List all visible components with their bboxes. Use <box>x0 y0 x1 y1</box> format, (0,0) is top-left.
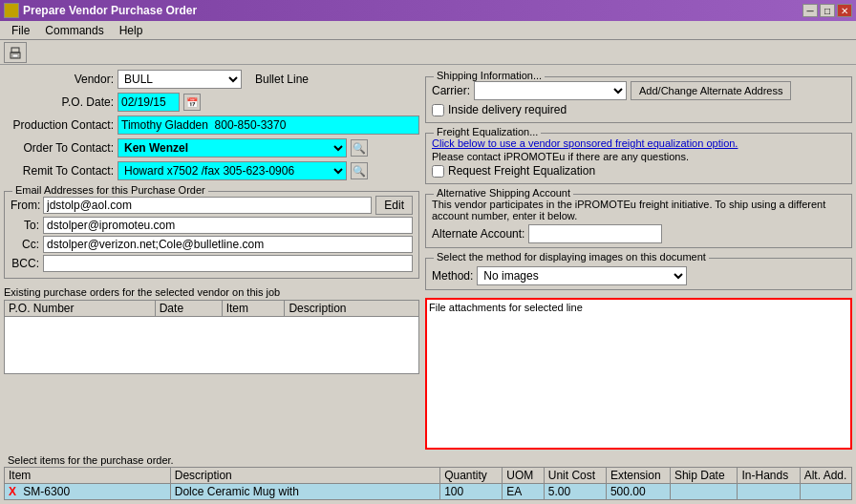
add-change-address-button[interactable]: Add/Change Alternate Address <box>631 81 791 100</box>
order-contact-select[interactable]: Ken Wenzel <box>118 138 347 158</box>
remit-contact-row: Remit To Contact: Howard x7502 /fax 305-… <box>4 160 419 181</box>
select-items-label: Select items for the purchase order. <box>4 453 852 467</box>
po-date-label: P.O. Date: <box>4 95 114 109</box>
method-label: Method: <box>432 269 473 283</box>
method-select[interactable]: No images <box>477 266 687 285</box>
remit-contact-label: Remit To Contact: <box>4 164 114 178</box>
bcc-label: BCC: <box>11 257 39 270</box>
window-title: Prepare Vendor Purchase Order <box>23 4 197 17</box>
close-button[interactable]: ✕ <box>837 4 852 17</box>
col-extension-header: Extension <box>606 468 670 484</box>
image-method-title: Select the method for displaying images … <box>434 251 709 262</box>
items-table: Item Description Quantity UOM Unit Cost … <box>4 467 852 500</box>
app-icon <box>4 3 19 18</box>
order-contact-row: Order To Contact: Ken Wenzel 🔍 <box>4 137 419 158</box>
col-date: Date <box>155 301 222 317</box>
image-method-section: Select the method for displaying images … <box>425 258 852 290</box>
shipping-section-title: Shipping Information... <box>434 70 545 81</box>
vendor-row: Vendor: BULL Bullet Line <box>4 69 419 90</box>
edit-button[interactable]: Edit <box>375 196 413 215</box>
menu-help[interactable]: Help <box>112 22 151 39</box>
to-label: To: <box>11 219 39 232</box>
email-section: Email Addresses for this Purchase Order … <box>4 191 419 279</box>
inside-delivery-label: Inside delivery required <box>448 103 567 116</box>
content-area: Vendor: BULL Bullet Line P.O. Date: 📅 Pr… <box>0 65 856 504</box>
print-button[interactable] <box>4 42 27 63</box>
col-item-header: Item <box>5 468 171 484</box>
request-freight-checkbox[interactable] <box>432 165 444 178</box>
production-contact-label: Production Contact: <box>4 118 114 132</box>
description-cell: Dolce Ceramic Mug with <box>170 484 439 500</box>
existing-po-table: P.O. Number Date Item Description <box>4 300 419 374</box>
unit-cost-cell: 5.00 <box>544 484 606 500</box>
col-description-header: Description <box>170 468 439 484</box>
vendor-select[interactable]: BULL <box>118 70 242 89</box>
col-quantity-header: Quantity <box>440 468 503 484</box>
vendor-label: Vendor: <box>4 73 114 86</box>
production-contact-input[interactable] <box>118 116 419 135</box>
from-input[interactable] <box>43 197 372 214</box>
cc-label: Cc: <box>11 238 39 251</box>
po-date-row: P.O. Date: 📅 <box>4 92 419 113</box>
alt-shipping-section: Alternative Shipping Account This vendor… <box>425 194 852 248</box>
cc-input[interactable] <box>43 236 413 253</box>
to-input[interactable] <box>43 217 413 234</box>
col-alt-add-header: Alt. Add. <box>800 468 851 484</box>
request-freight-label: Request Freight Equalization <box>448 164 595 178</box>
existing-po-section: Existing purchase orders for the selecte… <box>4 286 419 374</box>
bullet-line-label: Bullet Line <box>255 73 309 86</box>
col-ship-date-header: Ship Date <box>670 468 738 484</box>
order-contact-search-button[interactable]: 🔍 <box>351 139 368 157</box>
carrier-select[interactable] <box>474 81 627 100</box>
maximize-button[interactable]: □ <box>820 4 835 17</box>
col-po-number: P.O. Number <box>5 301 156 317</box>
bcc-input[interactable] <box>43 255 413 272</box>
alt-add-cell <box>800 484 851 500</box>
freight-title: Freight Equalization... <box>434 126 541 137</box>
alt-account-label: Alternate Account: <box>432 227 524 241</box>
alt-shipping-title: Alternative Shipping Account <box>434 187 573 199</box>
inside-delivery-checkbox[interactable] <box>432 104 444 116</box>
production-contact-row: Production Contact: <box>4 115 419 136</box>
menu-file[interactable]: File <box>4 22 37 39</box>
col-in-hands-header: In-Hands <box>738 468 800 484</box>
items-table-row[interactable]: X SM-6300 Dolce Ceramic Mug with 100 EA … <box>5 484 852 500</box>
shipping-section: Shipping Information... Carrier: Add/Cha… <box>425 76 852 123</box>
calendar-button[interactable]: 📅 <box>183 94 201 111</box>
file-attachments-label: File attachments for selected line <box>429 302 583 313</box>
col-uom-header: UOM <box>503 468 544 484</box>
select-items-section: Select items for the purchase order. Ite… <box>4 453 852 500</box>
file-attachments-box: File attachments for selected line <box>425 298 852 450</box>
alt-shipping-desc: This vendor participates in the iPROMOTE… <box>432 199 845 221</box>
remit-contact-select[interactable]: Howard x7502 /fax 305-623-0906 <box>118 161 347 180</box>
freight-link[interactable]: Click below to use a vendor sponsored fr… <box>432 137 845 149</box>
item-value: SM-6300 <box>23 485 70 498</box>
in-hands-cell <box>738 484 800 500</box>
uom-cell: EA <box>503 484 544 500</box>
freight-info: Please contact iPROMOTEu if there are an… <box>432 151 845 162</box>
minimize-button[interactable]: ─ <box>802 4 818 17</box>
menu-bar: File Commands Help <box>0 21 856 40</box>
svg-rect-1 <box>11 48 19 52</box>
table-row <box>5 317 419 374</box>
delete-button[interactable]: X <box>9 485 16 498</box>
menu-commands[interactable]: Commands <box>37 22 111 39</box>
extension-cell: 500.00 <box>606 484 670 500</box>
existing-po-label: Existing purchase orders for the selecte… <box>4 286 419 298</box>
from-label: From: <box>11 199 39 212</box>
quantity-cell: 100 <box>440 484 503 500</box>
remit-contact-search-button[interactable]: 🔍 <box>351 162 368 179</box>
title-bar: Prepare Vendor Purchase Order ─ □ ✕ <box>0 0 856 21</box>
svg-rect-2 <box>12 54 18 57</box>
col-unit-cost-header: Unit Cost <box>544 468 606 484</box>
alt-account-input[interactable] <box>528 224 662 243</box>
toolbar <box>0 40 856 65</box>
order-contact-label: Order To Contact: <box>4 141 114 155</box>
col-description: Description <box>285 301 419 317</box>
freight-section: Freight Equalization... Click below to u… <box>425 133 852 184</box>
carrier-label: Carrier: <box>432 84 470 97</box>
email-section-title: Email Addresses for this Purchase Order <box>12 184 208 196</box>
ship-date-cell <box>670 484 738 500</box>
col-item: Item <box>222 301 285 317</box>
po-date-input[interactable] <box>118 93 180 112</box>
